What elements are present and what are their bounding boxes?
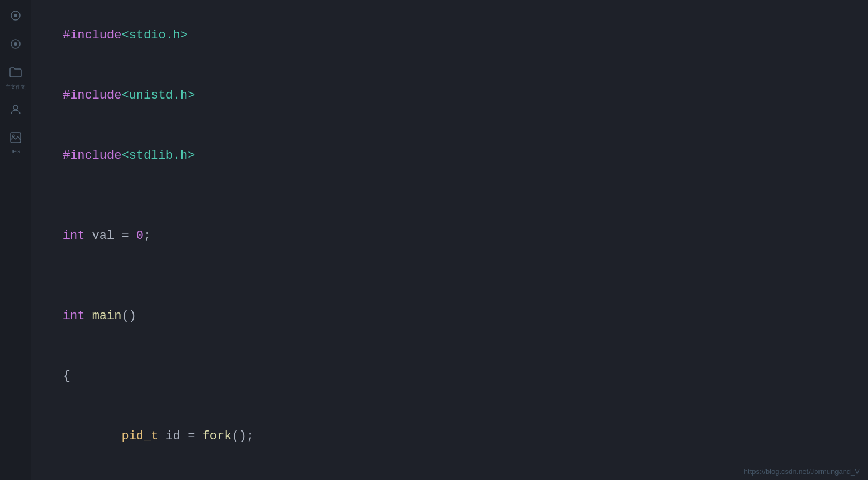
folder-label: 主文件夹 (6, 84, 26, 91)
footer-watermark: https://blog.csdn.net/Jormungand_V (744, 467, 860, 476)
code-line-8: { (33, 346, 868, 406)
sidebar-item-1[interactable] (6, 6, 26, 26)
sidebar-item-jpg[interactable]: JPG (6, 128, 26, 154)
code-container: #include<stdio.h> #include<unistd.h> #in… (0, 0, 868, 480)
code-line-7: int main() (33, 286, 868, 346)
code-line-2: #include<unistd.h> (33, 66, 868, 126)
sidebar-item-2[interactable] (6, 34, 26, 54)
sidebar-icon-1 (6, 6, 26, 26)
sidebar-icon-2 (6, 34, 26, 54)
sidebar-item-user[interactable] (6, 99, 26, 119)
code-line-6 (33, 266, 868, 286)
svg-point-1 (14, 14, 17, 17)
code-line-10: if(id == 0) (33, 467, 868, 480)
image-icon (6, 128, 26, 148)
jpg-label: JPG (11, 149, 21, 154)
code-line-3: #include<stdlib.h> (33, 126, 868, 186)
code-line-5: int val = 0; (33, 206, 868, 266)
sidebar-item-folder[interactable]: 主文件夹 (6, 62, 26, 91)
code-line-4 (33, 186, 868, 206)
code-line-9: pid_t id = fork(); (33, 406, 868, 467)
folder-icon (6, 62, 26, 82)
code-line-1: #include<stdio.h> (33, 6, 868, 66)
svg-point-3 (14, 42, 17, 46)
svg-point-4 (13, 105, 18, 110)
sidebar: 主文件夹 JPG (0, 0, 31, 480)
user-icon (6, 99, 26, 119)
